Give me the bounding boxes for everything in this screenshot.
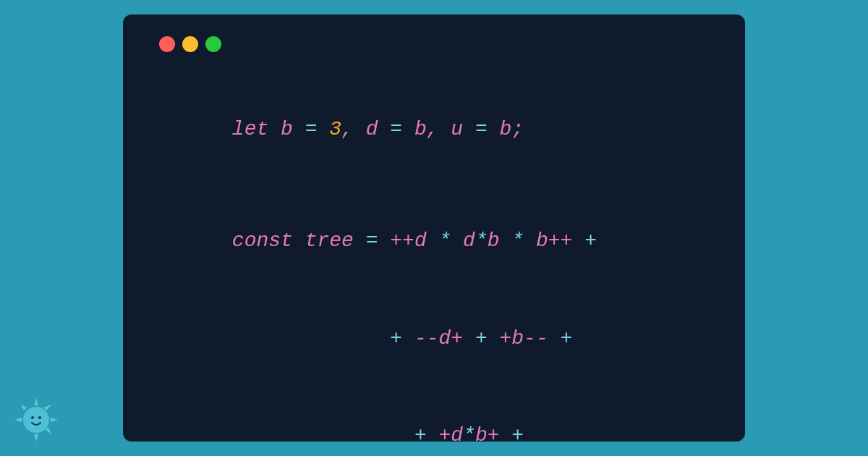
code-content: let b = 3, d = b, u = b; const tree = ++… bbox=[159, 81, 709, 456]
code-line2-eq: = bbox=[366, 229, 378, 252]
code-line1-num: 3 bbox=[317, 118, 341, 140]
code-line1-u: u bbox=[439, 118, 475, 140]
code-line1-eq3: = bbox=[475, 118, 488, 140]
code-line-3: const tree = + --d+ + +b-- + bbox=[159, 290, 709, 387]
code-line1-b2: b bbox=[488, 118, 512, 140]
traffic-light-red[interactable] bbox=[159, 36, 175, 52]
code-line-2: const tree = ++d * d*b * b++ + bbox=[159, 193, 709, 290]
svg-marker-2 bbox=[34, 434, 38, 442]
traffic-light-yellow[interactable] bbox=[182, 36, 198, 52]
svg-marker-0 bbox=[34, 398, 38, 405]
code-line-4: const tree = + +d*b+ + bbox=[159, 387, 709, 456]
svg-marker-6 bbox=[21, 429, 27, 435]
sun-rays-icon bbox=[14, 398, 58, 442]
keyword-let: let bbox=[232, 118, 268, 140]
code-line2-plus: + bbox=[572, 229, 597, 252]
code-line3-plus2: + bbox=[463, 327, 488, 350]
code-line2-db: d bbox=[451, 229, 475, 252]
traffic-lights bbox=[159, 36, 709, 52]
code-tree: tree bbox=[293, 229, 366, 252]
mascot bbox=[14, 398, 58, 442]
code-line2-ppd: ++d bbox=[378, 229, 438, 252]
code-line3-plus3: + bbox=[548, 327, 573, 350]
code-line1-semi: ; bbox=[511, 118, 524, 140]
spacer-1 bbox=[159, 178, 709, 193]
code-line3-dmd: --d+ bbox=[402, 327, 463, 350]
svg-marker-7 bbox=[21, 405, 27, 410]
side-panel-right bbox=[745, 0, 868, 456]
code-line4-plus1: + bbox=[414, 424, 427, 447]
code-line4-bp: b+ bbox=[475, 424, 500, 447]
keyword-const: const bbox=[232, 229, 293, 252]
code-line1-comma1: , bbox=[341, 118, 354, 140]
code-line2-star1: * bbox=[439, 229, 451, 252]
code-line2-b: b bbox=[488, 229, 512, 252]
code-line2-star3: * bbox=[511, 229, 524, 252]
code-line-1: let b = 3, d = b, u = b; bbox=[159, 81, 709, 178]
code-line1-comma2: , bbox=[427, 118, 439, 140]
code-line1-eq1: = bbox=[305, 118, 318, 140]
traffic-light-green[interactable] bbox=[205, 36, 221, 52]
svg-point-9 bbox=[31, 416, 34, 419]
code-line1-d: d bbox=[354, 118, 390, 140]
code-line4-pd: +d bbox=[427, 424, 463, 447]
code-line2-bpp: b++ bbox=[524, 229, 572, 252]
svg-marker-5 bbox=[46, 427, 51, 435]
svg-point-8 bbox=[23, 407, 49, 433]
code-line3-bm: +b-- bbox=[488, 327, 548, 350]
code-line1-b: b bbox=[268, 118, 305, 140]
code-line1-b1: b bbox=[402, 118, 427, 140]
svg-marker-3 bbox=[14, 418, 22, 422]
code-line4-star: * bbox=[463, 424, 475, 447]
svg-point-10 bbox=[38, 416, 41, 419]
code-line2-star2: * bbox=[475, 229, 488, 252]
code-window: let b = 3, d = b, u = b; const tree = ++… bbox=[123, 14, 745, 442]
svg-marker-1 bbox=[51, 418, 58, 422]
svg-marker-4 bbox=[43, 405, 51, 410]
code-line4-plus2: + bbox=[500, 424, 524, 447]
code-line3-plus1: + bbox=[390, 327, 402, 350]
code-line1-eq2: = bbox=[390, 118, 402, 140]
side-panel-left bbox=[0, 0, 123, 456]
